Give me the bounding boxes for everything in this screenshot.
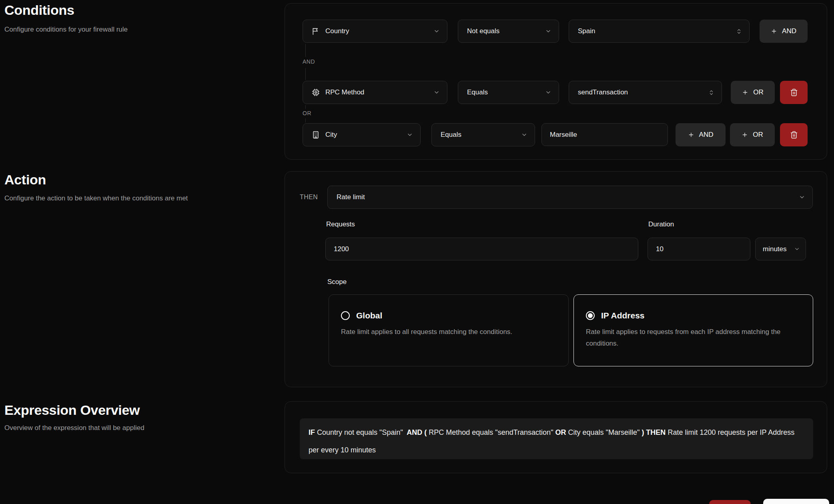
connector-line xyxy=(305,44,306,57)
action-panel: THEN Rate limit Requests Duration minute… xyxy=(285,171,827,387)
add-and-button-label: AND xyxy=(699,131,714,139)
radio-checked-icon[interactable] xyxy=(586,311,595,320)
chevron-down-icon xyxy=(407,132,413,138)
condition-operator-value: Equals xyxy=(441,131,515,139)
primary-action-button[interactable] xyxy=(763,499,829,504)
condition-field-select[interactable]: Country xyxy=(303,20,447,43)
condition-value: Spain xyxy=(578,27,730,35)
condition-operator-select[interactable]: Equals xyxy=(458,81,559,104)
trash-icon xyxy=(790,131,798,139)
or-connector-label: OR xyxy=(303,110,311,116)
scope-option-header: Global xyxy=(341,311,556,320)
scope-option-name: IP Address xyxy=(601,311,645,320)
chevron-down-icon xyxy=(521,132,527,138)
condition-operator-value: Equals xyxy=(467,88,539,96)
chevron-down-icon xyxy=(799,194,805,200)
condition-value: sendTransaction xyxy=(578,88,703,96)
and-connector-label: AND xyxy=(303,58,315,65)
chevron-down-icon xyxy=(545,28,551,34)
conditions-panel: Country Not equals Spain AND AND RPC Met… xyxy=(285,3,827,160)
delete-condition-button[interactable] xyxy=(780,81,808,104)
chevron-down-icon xyxy=(433,89,440,96)
condition-field-value: RPC Method xyxy=(325,88,428,96)
action-section-subtitle: Configure the action to be taken when th… xyxy=(4,194,188,202)
plus-icon xyxy=(688,132,694,138)
cpu-icon xyxy=(312,88,320,96)
condition-operator-value: Not equals xyxy=(467,27,539,35)
duration-input[interactable] xyxy=(648,238,750,260)
delete-condition-button[interactable] xyxy=(780,123,808,146)
scope-option-name: Global xyxy=(356,311,382,320)
add-and-button-label: AND xyxy=(782,27,796,35)
radio-unchecked-icon[interactable] xyxy=(341,311,350,320)
building-icon xyxy=(312,131,320,139)
add-or-condition-button[interactable]: OR xyxy=(730,123,775,146)
then-label: THEN xyxy=(300,194,318,201)
condition-field-select[interactable]: City xyxy=(303,123,421,146)
add-or-button-label: OR xyxy=(753,88,764,96)
condition-operator-select[interactable]: Not equals xyxy=(458,20,559,43)
plus-icon xyxy=(771,28,777,34)
add-and-condition-button[interactable]: AND xyxy=(760,20,808,43)
scope-label: Scope xyxy=(327,278,347,286)
action-type-value: Rate limit xyxy=(337,193,793,201)
condition-field-select[interactable]: RPC Method xyxy=(303,81,447,104)
conditions-section-subtitle: Configure conditions for your firewall r… xyxy=(4,26,128,34)
action-type-select[interactable]: Rate limit xyxy=(327,186,813,209)
requests-label: Requests xyxy=(326,220,355,228)
connector-line xyxy=(305,68,306,80)
connector-line xyxy=(305,105,306,109)
requests-input[interactable] xyxy=(325,238,638,260)
expression-text: IF Country not equals "Spain" AND ( RPC … xyxy=(300,418,813,459)
scope-option-description: Rate limit applies to requests from each… xyxy=(586,326,801,349)
expression-section-title: Expression Overview xyxy=(4,402,140,418)
condition-value-combobox[interactable]: Spain xyxy=(569,20,750,43)
chevron-down-icon xyxy=(794,246,800,252)
scope-option-header: IP Address xyxy=(586,311,801,320)
add-or-button-label: OR xyxy=(753,131,763,139)
expression-section-subtitle: Overview of the expression that will be … xyxy=(4,424,144,432)
flag-icon xyxy=(312,27,320,35)
conditions-section-title: Conditions xyxy=(4,2,74,18)
duration-unit-value: minutes xyxy=(763,245,791,253)
scope-option-description: Rate limit applies to all requests match… xyxy=(341,326,556,338)
condition-operator-select[interactable]: Equals xyxy=(431,123,535,146)
danger-action-button[interactable] xyxy=(709,500,751,504)
action-section-title: Action xyxy=(4,172,46,188)
chevron-down-icon xyxy=(545,89,551,96)
plus-icon xyxy=(742,132,748,138)
add-and-condition-button[interactable]: AND xyxy=(676,123,726,146)
condition-value-input[interactable] xyxy=(541,123,668,146)
condition-field-value: City xyxy=(325,131,401,139)
chevrons-up-down-icon xyxy=(708,90,714,96)
scope-option-ip-address[interactable]: IP Address Rate limit applies to request… xyxy=(573,294,813,366)
add-or-condition-button[interactable]: OR xyxy=(731,81,775,104)
condition-field-value: Country xyxy=(325,27,428,35)
condition-value-combobox[interactable]: sendTransaction xyxy=(569,81,722,104)
plus-icon xyxy=(742,89,748,96)
expression-overview-panel: IF Country not equals "Spain" AND ( RPC … xyxy=(285,401,827,473)
connector-line xyxy=(305,118,306,122)
trash-icon xyxy=(790,88,798,96)
duration-label: Duration xyxy=(648,220,674,228)
scope-option-global[interactable]: Global Rate limit applies to all request… xyxy=(329,294,569,366)
chevrons-up-down-icon xyxy=(736,28,742,34)
chevron-down-icon xyxy=(433,28,440,34)
duration-unit-select[interactable]: minutes xyxy=(755,238,806,260)
